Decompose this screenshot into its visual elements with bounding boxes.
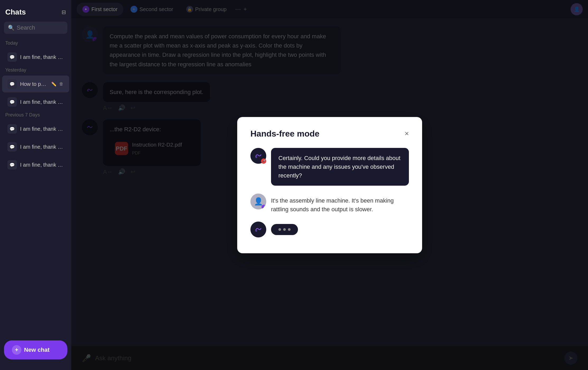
modal-ai-bubble: Certainly. Could you provide more detail… (271, 148, 409, 186)
modal-title: Hands-free mode (250, 129, 319, 139)
modal-user-message-text: It's the assembly line machine. It's bee… (271, 197, 394, 213)
typing-dot-2 (283, 228, 286, 231)
list-item[interactable]: 💬 I am fine, thank you for... (2, 138, 69, 155)
modal-ai-avatar: 🎤 (250, 148, 266, 164)
sidebar-toggle-button[interactable]: ⊟ (62, 9, 66, 15)
search-input[interactable] (17, 24, 63, 31)
section-label-yesterday: Yesterday (0, 66, 71, 75)
sidebar-header: Chats ⊟ (0, 5, 71, 22)
modal-user-text: It's the assembly line machine. It's bee… (271, 194, 409, 214)
chat-item-icon: 💬 (7, 52, 17, 62)
modal-user-message: 👤 🎤 It's the assembly line machine. It's… (250, 194, 409, 214)
modal-ai-text: Certainly. Could you provide more detail… (278, 155, 400, 179)
svg-point-5 (253, 224, 264, 235)
chat-item-icon: 💬 (7, 160, 17, 170)
edit-button[interactable]: ✏️ (51, 81, 57, 87)
modal-close-button[interactable]: × (405, 130, 409, 137)
list-item[interactable]: 💬 I am fine, thank you for... (2, 156, 69, 173)
svg-point-4 (255, 156, 257, 158)
modal-typing (250, 222, 409, 237)
chat-item-icon: 💬 (7, 97, 17, 107)
typing-indicator (271, 224, 298, 235)
svg-point-6 (255, 230, 257, 232)
sidebar-title: Chats (5, 8, 26, 16)
typing-dot-3 (288, 228, 291, 231)
new-chat-label: New chat (24, 346, 50, 353)
modal-user-avatar: 👤 🎤 (250, 194, 266, 209)
new-chat-button[interactable]: + New chat (4, 340, 67, 359)
list-item[interactable]: 💬 How to properly wor ✏️ 🗑 (2, 76, 69, 92)
chat-item-actions: ✏️ 🗑 (51, 81, 64, 87)
list-item[interactable]: 💬 I am fine, thank you for... (2, 49, 69, 65)
chat-item-text: I am fine, thank you for... (20, 126, 64, 132)
modal-header: Hands-free mode × (250, 129, 409, 139)
modal-typing-avatar (250, 222, 266, 237)
chat-item-text: I am fine, thank you for... (20, 99, 64, 105)
chat-item-text: I am fine, thank you for... (20, 54, 64, 60)
section-label-today: Today (0, 39, 71, 48)
chat-item-text: How to properly wor (20, 81, 48, 87)
modal-overlay: Hands-free mode × 🎤 Certainly. Could you… (71, 0, 588, 370)
search-box[interactable]: 🔍 (4, 22, 67, 34)
modal-avatar-badge: 🎤 (261, 158, 266, 164)
list-item[interactable]: 💬 I am fine, thank you for... (2, 93, 69, 110)
search-icon: 🔍 (8, 25, 15, 31)
chat-item-text: I am fine, thank you for... (20, 162, 64, 168)
section-label-previous: Previous 7 Days (0, 111, 71, 120)
plus-icon: + (12, 345, 21, 355)
chat-item-text: I am fine, thank you for... (20, 144, 64, 150)
chat-item-icon: 💬 (7, 124, 17, 134)
modal-ai-message: 🎤 Certainly. Could you provide more deta… (250, 148, 409, 186)
chat-item-icon: 💬 (7, 79, 17, 89)
delete-button[interactable]: 🗑 (59, 81, 64, 87)
sidebar: Chats ⊟ 🔍 Today 💬 I am fine, thank you f… (0, 0, 71, 370)
hands-free-modal: Hands-free mode × 🎤 Certainly. Could you… (237, 117, 422, 253)
typing-dot-1 (278, 228, 281, 231)
chat-item-icon: 💬 (7, 142, 17, 152)
list-item[interactable]: 💬 I am fine, thank you for... (2, 120, 69, 137)
